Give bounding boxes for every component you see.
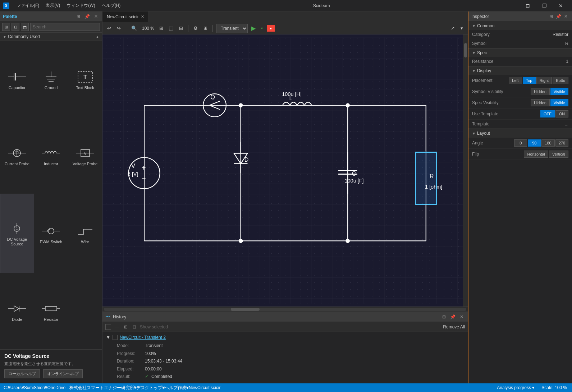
palette-pin-icon[interactable]: ⊞ <box>75 13 82 20</box>
palette-item-diode[interactable]: Diode <box>0 273 34 349</box>
zoom-level: 100 % <box>141 26 155 31</box>
grid-button[interactable]: ⊞ <box>202 24 209 32</box>
history-item-name[interactable]: NewCircuit - Transient 2 <box>120 335 166 340</box>
palette-item-resistor[interactable]: Resistor <box>34 273 68 349</box>
display-section-header[interactable]: ▼ Display <box>468 66 572 75</box>
symbol-visible-btn[interactable]: Visible <box>550 88 568 95</box>
close-button[interactable]: ✕ <box>553 0 569 11</box>
palette-item-capacitor[interactable]: Capacitor <box>0 41 34 117</box>
svg-rect-40 <box>102 37 468 303</box>
inspector-pin2-icon[interactable]: 📌 <box>554 13 563 20</box>
svg-text:−: − <box>142 175 146 183</box>
run-button[interactable]: ▶ <box>250 24 257 32</box>
palette-item-pwm-switch[interactable]: PWM Switch <box>34 194 68 273</box>
angle-180-btn[interactable]: 180 <box>541 139 554 147</box>
sep2 <box>188 25 188 32</box>
scrollbar-thumb[interactable] <box>231 308 260 311</box>
history-pin-icon[interactable]: ⊞ <box>441 314 447 320</box>
main-tab[interactable]: NewCircuit.scicir ✕ <box>102 11 149 22</box>
palette-split-btn[interactable]: ⬒ <box>21 23 29 31</box>
sim-mode-select[interactable]: Transient AC DC <box>216 24 248 33</box>
horizontal-scrollbar[interactable] <box>102 306 468 312</box>
zoom-in-button[interactable]: 🔍 <box>129 24 139 32</box>
chevron-down-icon: ▼ <box>472 51 476 55</box>
inspector-close-icon[interactable]: ✕ <box>563 13 569 20</box>
placement-top-btn[interactable]: Top <box>523 77 536 84</box>
flip-vertical-btn[interactable]: Vertical <box>549 151 568 158</box>
menu-view[interactable]: 表示(V) <box>43 1 63 10</box>
capacitor-icon <box>6 70 28 84</box>
history-copy-btn[interactable]: ⊞ <box>123 324 129 330</box>
layout-section-header[interactable]: ▼ Layout <box>468 129 572 138</box>
common-section-header[interactable]: ▼ Common <box>468 22 572 30</box>
diode-icon <box>6 301 28 316</box>
palette-section-header[interactable]: ▼ Commonly Used ▲ <box>0 33 102 41</box>
stop-button[interactable]: ■ <box>267 25 275 32</box>
palette-desc-title: DC Voltage Source <box>4 353 98 359</box>
use-template-row: Use Template OFF ON <box>468 109 572 120</box>
palette-item-dc-voltage[interactable]: + − DC Voltage Source <box>0 194 34 273</box>
angle-0-btn[interactable]: 0 <box>514 139 527 147</box>
flip-horizontal-btn[interactable]: Horizontal <box>524 151 548 158</box>
palette-item-voltage-probe[interactable]: V Voltage Probe <box>68 117 102 193</box>
circuit-canvas[interactable]: + − V 5 [V] Q <box>102 34 468 306</box>
center-area: NewCircuit.scicir ✕ ↩ ↪ 🔍 100 % ⊞ ⬚ ⊟ ⚙ … <box>102 11 468 383</box>
item-checkbox[interactable] <box>113 335 118 340</box>
placement-left-btn[interactable]: Left <box>509 77 522 84</box>
spec-section-header[interactable]: ▼ Spec <box>468 49 572 57</box>
settings-button[interactable]: ⚙ <box>192 24 200 32</box>
palette-list-btn[interactable]: ⊟ <box>12 23 19 31</box>
palette-item-current-probe[interactable]: Current Probe <box>0 117 34 193</box>
status-path: C:¥Users¥SumiShiori¥OneDrive - 株式会社スマートエ… <box>4 385 495 391</box>
tab-close-icon[interactable]: ✕ <box>141 14 144 19</box>
run-dropdown[interactable]: ▾ <box>259 25 265 31</box>
local-help-button[interactable]: ローカルヘルプ <box>4 369 40 378</box>
angle-270-btn[interactable]: 270 <box>555 139 568 147</box>
menu-window[interactable]: ウィンドウ(W) <box>64 1 98 10</box>
svg-rect-38 <box>45 306 57 311</box>
placement-right-btn[interactable]: Right <box>536 77 552 84</box>
history-remove-btn[interactable]: — <box>113 324 120 330</box>
history-settings-btn[interactable]: ⊟ <box>131 324 138 330</box>
zoom-select-button[interactable]: ⬚ <box>167 24 175 32</box>
inspector-pin-icon[interactable]: ⊞ <box>548 13 554 20</box>
palette-close-icon[interactable]: ✕ <box>93 13 99 20</box>
snap-button[interactable]: ⊟ <box>177 24 185 32</box>
angle-90-btn[interactable]: 90 <box>528 139 541 147</box>
zoom-fit-button[interactable]: ⊞ <box>157 24 165 32</box>
vertical-scrollbar-thumb[interactable] <box>464 43 467 57</box>
scale-item[interactable]: Scale: 100 % <box>540 385 568 390</box>
search-input[interactable] <box>30 23 100 31</box>
redo-button[interactable]: ↪ <box>115 24 123 32</box>
history-pin2-icon[interactable]: 📌 <box>449 314 457 320</box>
dc-voltage-icon: + − <box>6 221 28 236</box>
remove-all-button[interactable]: Remove All <box>443 324 465 329</box>
palette-grid-btn[interactable]: ⊞ <box>2 23 10 31</box>
template-on-btn[interactable]: ON <box>555 110 568 117</box>
symbol-hidden-btn[interactable]: Hidden <box>531 88 550 95</box>
more-button[interactable]: ▾ <box>459 24 465 32</box>
menu-help[interactable]: ヘルプ(H) <box>99 1 124 10</box>
palette-pin2-icon[interactable]: 📌 <box>83 13 91 20</box>
palette-item-wire[interactable]: Wire <box>68 194 102 273</box>
undo-button[interactable]: ↩ <box>105 24 113 32</box>
menu-file[interactable]: ファイル(F) <box>14 1 42 10</box>
analysis-progress-item[interactable]: Analysis progress ▾ <box>495 385 536 390</box>
template-off-btn[interactable]: OFF <box>540 110 555 117</box>
export-button[interactable]: ↗ <box>449 24 457 32</box>
palette-item-textblock[interactable]: T Text Block <box>68 41 102 117</box>
history-close-icon[interactable]: ✕ <box>458 314 465 320</box>
palette-item-inductor[interactable]: Inductor <box>34 117 68 193</box>
spec-hidden-btn[interactable]: Hidden <box>531 99 550 106</box>
minimize-button[interactable]: ⊟ <box>520 0 536 11</box>
spec-visible-btn[interactable]: Visible <box>550 99 568 106</box>
use-template-buttons: OFF ON <box>540 110 568 117</box>
online-help-button[interactable]: オンラインヘルプ <box>43 369 83 378</box>
history-item-header[interactable]: ▼ NewCircuit - Transient 2 <box>106 334 464 341</box>
maximize-button[interactable]: ❐ <box>536 0 553 11</box>
palette-item-ground[interactable]: Ground <box>34 41 68 117</box>
vertical-scrollbar[interactable] <box>463 34 468 306</box>
placement-bottom-btn[interactable]: Botto <box>553 77 568 84</box>
detail-elapsed: Elapsed: 00:00:00 <box>117 365 464 373</box>
history-checkbox[interactable] <box>105 324 111 330</box>
